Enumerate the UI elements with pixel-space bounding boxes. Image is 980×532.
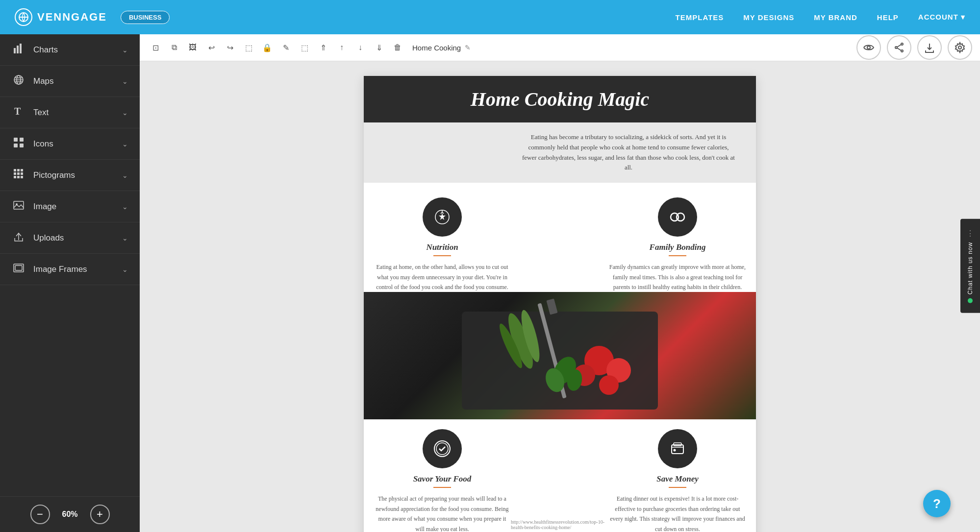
- svg-point-53: [436, 443, 448, 455]
- family-bonding-text: Family dynamics can greatly improve with…: [609, 262, 746, 292]
- cooking-image-section: [364, 292, 756, 419]
- svg-rect-4: [20, 44, 22, 53]
- download-button[interactable]: [917, 35, 942, 60]
- svg-rect-18: [14, 172, 16, 175]
- sidebar: Charts ⌄ Maps ⌄ T Text: [0, 34, 140, 532]
- footer-url-area: http://www.healthfitnessrevolution.com/t…: [511, 429, 609, 532]
- chat-widget-label: Chat with us now: [967, 242, 974, 294]
- sidebar-pictograms-label: Pictograms: [33, 170, 122, 180]
- nav-templates[interactable]: TEMPLATES: [676, 13, 724, 22]
- toolbar-lock-button[interactable]: 🔒: [259, 40, 275, 55]
- toolbar-redo-button[interactable]: ↪: [222, 40, 238, 55]
- image-icon: [12, 200, 25, 213]
- svg-rect-28: [15, 266, 22, 270]
- toolbar-title: Home Cooking: [412, 44, 461, 52]
- svg-point-36: [958, 46, 961, 49]
- svg-rect-23: [21, 176, 23, 178]
- sidebar-charts-label: Charts: [33, 45, 122, 55]
- upload-icon: [12, 231, 25, 244]
- globe-icon: [12, 74, 25, 88]
- pictogram-icon: [12, 169, 25, 182]
- toolbar-bring-front-button[interactable]: ⇑: [315, 40, 331, 55]
- infographic-title: Home Cooking Magic: [471, 88, 649, 111]
- svg-point-52: [434, 441, 450, 457]
- toolbar-copy-button[interactable]: ⬚: [297, 40, 312, 55]
- savor-text: The physical act of preparing your meals…: [374, 494, 511, 532]
- sidebar-item-image[interactable]: Image ⌄: [0, 191, 140, 222]
- frame-icon: [12, 263, 25, 276]
- sidebar-item-icons[interactable]: Icons ⌄: [0, 128, 140, 160]
- image-chevron-icon: ⌄: [122, 203, 128, 211]
- save-money-text: Eating dinner out is expensive! It is a …: [609, 494, 746, 532]
- svg-text:T: T: [14, 106, 21, 117]
- toolbar-group-button[interactable]: ⬚: [241, 40, 256, 55]
- toolbar-image-button[interactable]: 🖼: [185, 40, 201, 55]
- toolbar-duplicate-button[interactable]: ⧉: [166, 40, 182, 55]
- chat-online-indicator: [968, 298, 973, 303]
- preview-button[interactable]: [856, 35, 881, 60]
- svg-rect-15: [14, 169, 16, 171]
- nav-my-designs[interactable]: MY DESIGNS: [743, 13, 794, 22]
- sidebar-item-uploads[interactable]: Uploads ⌄: [0, 222, 140, 254]
- svg-point-48: [599, 375, 619, 395]
- intro-text: Eating has become a tributary to sociali…: [521, 132, 736, 173]
- settings-button[interactable]: [948, 35, 972, 60]
- toolbar-undo-button[interactable]: ↩: [203, 40, 219, 55]
- chat-widget[interactable]: ⋮ Chat with us now: [960, 219, 980, 313]
- svg-rect-24: [14, 201, 24, 209]
- logo-text: VENNGAGE: [37, 11, 107, 24]
- toolbar-move-down-button[interactable]: ↓: [352, 40, 368, 55]
- toolbar-move-up-button[interactable]: ↑: [334, 40, 350, 55]
- nutrition-text: Eating at home, on the other hand, allow…: [374, 262, 511, 292]
- infographic-header: Home Cooking Magic: [364, 76, 756, 122]
- infographic-canvas[interactable]: Home Cooking Magic Eating has become a t…: [364, 76, 756, 532]
- main-area: Charts ⌄ Maps ⌄ T Text: [0, 34, 980, 532]
- text-chevron-icon: ⌄: [122, 109, 128, 117]
- top-sections-row: Nutrition Eating at home, on the other h…: [364, 183, 756, 292]
- svg-point-30: [901, 43, 903, 45]
- svg-rect-2: [14, 48, 16, 53]
- top-center-space: [511, 197, 609, 292]
- toolbar-send-back-button[interactable]: ⇓: [371, 40, 387, 55]
- save-money-divider: [669, 487, 686, 488]
- svg-rect-16: [17, 169, 20, 171]
- toolbar-edit-button[interactable]: ✎: [278, 40, 294, 55]
- canvas-area[interactable]: Home Cooking Magic Eating has become a t…: [140, 61, 980, 532]
- svg-point-31: [895, 47, 897, 48]
- save-money-title: Save Money: [656, 474, 698, 484]
- toolbar-delete-button[interactable]: 🗑: [390, 40, 405, 55]
- nutrition-divider: [433, 255, 451, 256]
- logo-icon: [15, 8, 32, 26]
- save-money-section: Save Money Eating dinner out is expensiv…: [609, 429, 746, 532]
- nav-help[interactable]: HELP: [877, 13, 899, 22]
- sidebar-item-pictograms[interactable]: Pictograms ⌄: [0, 160, 140, 191]
- svg-rect-12: [20, 138, 24, 142]
- sidebar-item-maps[interactable]: Maps ⌄: [0, 66, 140, 97]
- sidebar-item-charts[interactable]: Charts ⌄: [0, 34, 140, 66]
- svg-line-33: [897, 45, 901, 47]
- sidebar-image-label: Image: [33, 202, 122, 212]
- sidebar-item-image-frames[interactable]: Image Frames ⌄: [0, 254, 140, 285]
- svg-rect-17: [21, 169, 23, 171]
- logo[interactable]: VENNGAGE: [15, 8, 107, 26]
- toolbar-title-edit-icon[interactable]: ✎: [465, 44, 471, 51]
- toolbar: ⊡ ⧉ 🖼 ↩ ↪ ⬚ 🔒 ✎ ⬚ ⇑ ↑ ↓ ⇓ 🗑 Home Cooking…: [140, 34, 980, 61]
- sidebar-text-label: Text: [33, 108, 122, 118]
- toolbar-snap-button[interactable]: ⊡: [148, 40, 163, 55]
- uploads-chevron-icon: ⌄: [122, 234, 128, 242]
- zoom-decrease-button[interactable]: −: [30, 505, 50, 524]
- nav-account[interactable]: ACCOUNT ▾: [918, 13, 965, 22]
- charts-chevron-icon: ⌄: [122, 46, 128, 54]
- svg-rect-11: [14, 138, 18, 142]
- zoom-increase-button[interactable]: +: [90, 505, 110, 524]
- business-badge[interactable]: BUSINESS: [121, 11, 170, 24]
- svg-rect-39: [462, 312, 658, 410]
- chat-dots-icon: ⋮: [966, 229, 974, 238]
- help-fab-button[interactable]: ?: [923, 490, 951, 517]
- share-button[interactable]: [887, 35, 911, 60]
- sidebar-item-text[interactable]: T Text ⌄: [0, 97, 140, 128]
- top-navigation: VENNGAGE BUSINESS TEMPLATES MY DESIGNS M…: [0, 0, 980, 34]
- nutrition-icon-circle: [423, 197, 462, 237]
- maps-chevron-icon: ⌄: [122, 77, 128, 85]
- nav-my-brand[interactable]: MY BRAND: [814, 13, 857, 22]
